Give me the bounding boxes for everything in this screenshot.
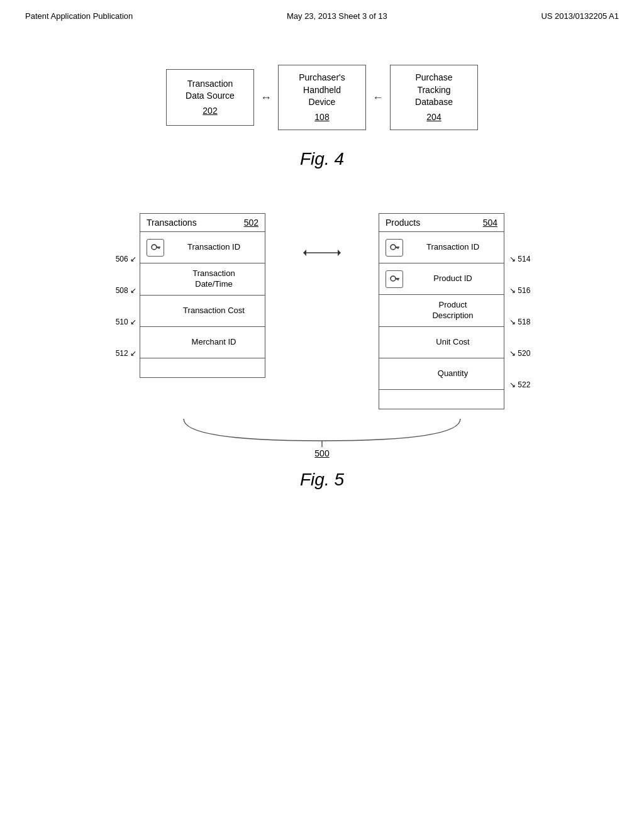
transaction-cost-label: Transaction Cost: [169, 306, 258, 316]
svg-point-11: [391, 276, 396, 281]
side-label-516: ↘ 516: [506, 275, 547, 306]
side-label-510: 510 ↙: [102, 306, 136, 338]
fig4-arrow-2: ←: [366, 91, 390, 104]
table2-bottom-padding: [379, 390, 504, 409]
transactions-table-header: Transactions 502: [140, 214, 265, 232]
products-table-number: 504: [483, 218, 497, 228]
product-id-label: Product ID: [408, 274, 497, 284]
side-label-508: 508 ↙: [102, 275, 136, 306]
merchant-id-row: Merchant ID: [140, 327, 265, 358]
side-label-518: ↘ 518: [506, 306, 547, 338]
transaction-id-label: Transaction ID: [169, 242, 258, 253]
fig4-box1-number: 202: [203, 105, 217, 118]
fig4-box-purchase-tracking: Purchase Tracking Database 204: [390, 65, 478, 130]
product-description-label: ProductDescription: [408, 300, 497, 321]
products-table-header: Products 504: [379, 214, 504, 232]
products-table: Products 504 Transaction ID: [379, 213, 504, 409]
fig4-box-transaction-data-source: Transaction Data Source 202: [166, 69, 254, 126]
merchant-id-label: Merchant ID: [169, 337, 258, 348]
fig4-box2-number: 108: [314, 111, 329, 124]
transactions-table-wrapper: 506 ↙ 508 ↙ 510 ↙ 512 ↙ Transactions 502: [140, 213, 265, 378]
svg-point-0: [152, 245, 157, 250]
figure-4: Transaction Data Source 202 ↔ Purchaser'…: [0, 65, 644, 169]
transactions-table-number: 502: [244, 218, 258, 228]
fig4-box2-line1: Purchaser's: [299, 72, 345, 84]
fig4-arrow-1: ↔: [254, 91, 278, 104]
table1-bottom-padding: [140, 358, 265, 377]
fig4-caption: Fig. 4: [300, 149, 344, 169]
table-relation-arrow-icon: [303, 243, 341, 262]
header-left: Patent Application Publication: [25, 11, 133, 21]
svg-point-7: [391, 245, 396, 250]
key-icon-products-transaction-id: [386, 239, 403, 257]
quantity-row: Quantity: [379, 358, 504, 390]
transactions-table: Transactions 502 Transaction ID: [140, 213, 265, 378]
transactions-table-name: Transactions: [147, 218, 197, 228]
fig4-box2-line3: Device: [309, 96, 336, 109]
fig5-bracket-area: 500: [165, 416, 479, 458]
fig4-box2-line2: Handheld: [303, 84, 341, 97]
products-transaction-id-row: Transaction ID: [379, 232, 504, 263]
transaction-id-row: Transaction ID: [140, 232, 265, 263]
svg-marker-5: [303, 250, 306, 256]
svg-marker-6: [338, 250, 341, 256]
products-transaction-id-label: Transaction ID: [408, 242, 497, 253]
fig4-box-handheld-device: Purchaser's Handheld Device 108: [278, 65, 366, 130]
fig4-box3-line3: Database: [415, 96, 453, 109]
product-description-row: ProductDescription: [379, 295, 504, 327]
fig5-caption: Fig. 5: [300, 470, 344, 490]
products-side-labels: ↘ 514 ↘ 516 ↘ 518 ↘ 520 ↘ 522: [506, 213, 547, 401]
side-label-506: 506 ↙: [102, 243, 136, 275]
fig4-box3-number: 204: [426, 111, 441, 124]
key-icon-transaction-id: [147, 239, 164, 257]
key-icon-product-id: [386, 270, 403, 288]
fig4-box1-line2: Data Source: [186, 90, 235, 102]
header-right: US 2013/0132205 A1: [541, 11, 619, 21]
side-label-520: ↘ 520: [506, 338, 547, 369]
fig5-middle-arrow: [303, 213, 341, 262]
fig4-box1-line1: Transaction: [187, 78, 233, 91]
header-center: May 23, 2013 Sheet 3 of 13: [287, 11, 387, 21]
products-table-wrapper: ↘ 514 ↘ 516 ↘ 518 ↘ 520 ↘ 522 Products 5…: [379, 213, 504, 409]
products-table-name: Products: [386, 218, 420, 228]
unit-cost-label: Unit Cost: [408, 337, 497, 348]
fig5-diagram: 506 ↙ 508 ↙ 510 ↙ 512 ↙ Transactions 502: [140, 213, 504, 409]
quantity-label: Quantity: [408, 368, 497, 379]
side-label-514: ↘ 514: [506, 243, 547, 275]
transactions-side-labels: 506 ↙ 508 ↙ 510 ↙ 512 ↙: [102, 213, 136, 369]
fig4-box3-line1: Purchase: [415, 72, 452, 84]
unit-cost-row: Unit Cost: [379, 327, 504, 358]
side-label-512: 512 ↙: [102, 338, 136, 369]
fig5-bracket-svg-icon: [165, 416, 479, 447]
transaction-datetime-row: TransactionDate/Time: [140, 263, 265, 296]
product-id-row: Product ID: [379, 263, 504, 295]
transaction-datetime-label: TransactionDate/Time: [169, 268, 258, 290]
fig5-bracket-label: 500: [314, 448, 329, 458]
fig4-box3-line2: Tracking: [417, 84, 450, 97]
fig4-diagram: Transaction Data Source 202 ↔ Purchaser'…: [166, 65, 478, 130]
side-label-522: ↘ 522: [506, 369, 547, 401]
page-header: Patent Application Publication May 23, 2…: [0, 0, 644, 27]
transaction-cost-row: Transaction Cost: [140, 296, 265, 327]
figure-5: 506 ↙ 508 ↙ 510 ↙ 512 ↙ Transactions 502: [0, 213, 644, 490]
